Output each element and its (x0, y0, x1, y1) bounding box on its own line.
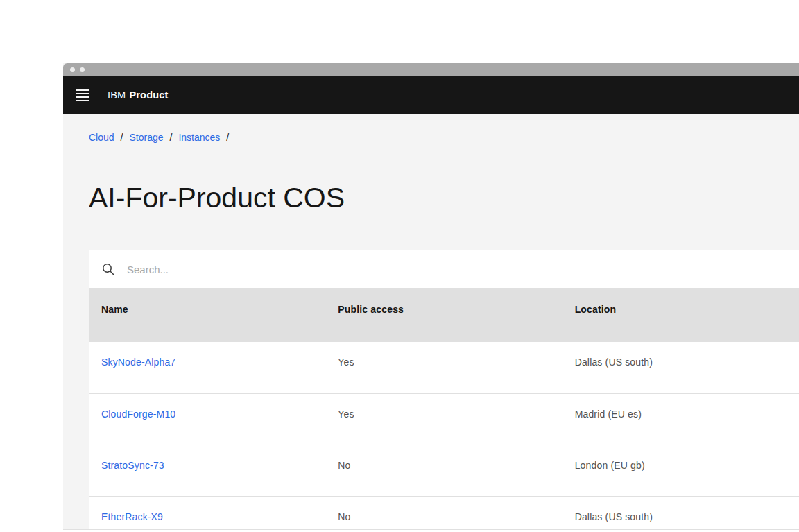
search-icon (101, 262, 115, 276)
cell-public-access: No (325, 445, 562, 496)
table-row: StratoSync-73 No London (EU gb) (89, 445, 799, 496)
browser-chrome-bar (63, 63, 799, 76)
column-header-location: Location (562, 288, 799, 342)
table-header-row: Name Public access Location (89, 288, 799, 342)
search-input[interactable] (127, 264, 799, 275)
breadcrumb-link-instances[interactable]: Instances (178, 130, 220, 144)
breadcrumb-separator: / (226, 130, 229, 144)
app-header: IBMProduct (63, 76, 799, 114)
instance-link[interactable]: EtherRack-X9 (101, 511, 163, 522)
cell-name: CloudForge-M10 (89, 394, 325, 445)
cell-location: Madrid (EU es) (562, 394, 799, 445)
instance-link[interactable]: SkyNode-Alpha7 (101, 357, 175, 368)
data-table: Name Public access Location SkyNode-Alph… (89, 250, 799, 530)
table-row: SkyNode-Alpha7 Yes Dallas (US south) (89, 342, 799, 393)
cell-name: SkyNode-Alpha7 (89, 342, 325, 393)
table-toolbar (89, 250, 799, 288)
cell-public-access: Yes (325, 394, 562, 445)
breadcrumb-link-cloud[interactable]: Cloud (89, 130, 114, 144)
window-control-dot (80, 67, 85, 72)
breadcrumb-separator: / (121, 130, 123, 144)
browser-window: IBMProduct Cloud / Storage / Instances /… (63, 63, 799, 530)
window-control-dot (70, 67, 75, 72)
column-header-public-access: Public access (325, 288, 562, 342)
breadcrumb-separator: / (170, 130, 173, 144)
breadcrumb-link-storage[interactable]: Storage (129, 130, 163, 144)
column-header-name: Name (89, 288, 325, 342)
brand-prefix: IBM (108, 89, 126, 101)
breadcrumb: Cloud / Storage / Instances / (89, 130, 799, 144)
cell-public-access: No (325, 497, 562, 530)
cell-name: StratoSync-73 (89, 445, 325, 496)
instance-link[interactable]: StratoSync-73 (101, 460, 164, 471)
cell-location: Dallas (US south) (562, 342, 799, 393)
cell-location: Dallas (US south) (562, 497, 799, 530)
brand-title: IBMProduct (108, 89, 169, 101)
table-row: CloudForge-M10 Yes Madrid (EU es) (89, 393, 799, 445)
page-content: Cloud / Storage / Instances / AI-For-Pro… (63, 114, 799, 530)
table-row: EtherRack-X9 No Dallas (US south) (89, 496, 799, 530)
cell-location: London (EU gb) (562, 445, 799, 496)
cell-public-access: Yes (325, 342, 562, 393)
menu-icon[interactable] (76, 88, 89, 102)
brand-name: Product (129, 89, 168, 101)
instance-link[interactable]: CloudForge-M10 (101, 409, 175, 420)
cell-name: EtherRack-X9 (89, 497, 325, 530)
page-title: AI-For-Product COS (89, 180, 799, 215)
